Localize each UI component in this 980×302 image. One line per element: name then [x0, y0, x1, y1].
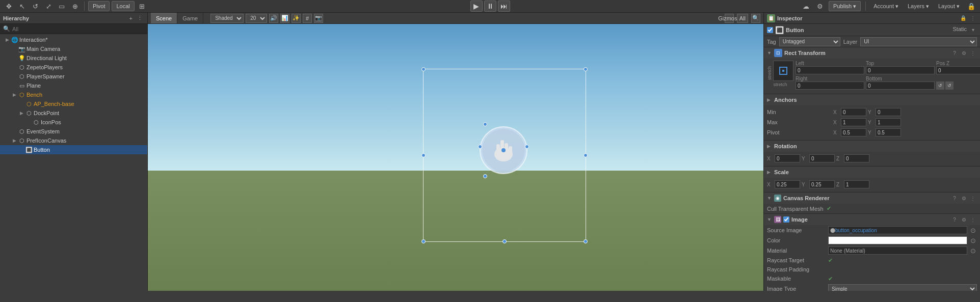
- tag-select[interactable]: Untagged: [779, 37, 840, 46]
- all-btn[interactable]: All: [737, 14, 748, 23]
- rect-transform-menu-btn[interactable]: ⋮: [969, 49, 977, 57]
- tree-item[interactable]: ⬡PlayerSpawner: [0, 72, 147, 81]
- rect-tool-btn[interactable]: ▭: [56, 1, 67, 12]
- rect-transform-header[interactable]: ▼ ⊡ Rect Transform ? ⚙ ⋮: [764, 47, 980, 59]
- camera-btn[interactable]: 📷: [314, 14, 323, 23]
- scale-tool-btn[interactable]: ⤢: [43, 1, 54, 12]
- rotation-y[interactable]: [809, 154, 835, 162]
- button-dropdown-arrow[interactable]: ▾: [969, 26, 977, 34]
- hierarchy-search-input[interactable]: [12, 26, 144, 32]
- rotation-header[interactable]: ▶ Rotation: [764, 141, 980, 152]
- reset-width-btn[interactable]: ↺: [936, 81, 944, 90]
- layout-btn[interactable]: Layout ▾: [935, 1, 963, 11]
- image-section-header[interactable]: ▼ 🖼 Image ? ⚙ ⋮: [764, 214, 980, 225]
- play-btn[interactable]: ▶: [470, 1, 483, 12]
- canvas-renderer-header[interactable]: ▼ ◉ Canvas Renderer ? ⚙ ⋮: [764, 193, 980, 204]
- hierarchy-add-btn[interactable]: +: [128, 14, 134, 22]
- local-btn[interactable]: Local: [112, 1, 134, 11]
- obj-handle-b[interactable]: [483, 174, 487, 178]
- tree-item[interactable]: ▶⬡DockPoint: [0, 108, 147, 118]
- audio-btn[interactable]: 🔊: [269, 14, 278, 23]
- pos-z-input[interactable]: [936, 66, 980, 74]
- material-select-btn[interactable]: ⊙: [969, 246, 977, 255]
- anchors-header[interactable]: ▶ Anchors: [764, 94, 980, 105]
- gizmos-btn[interactable]: Gizmos ▾: [725, 14, 734, 23]
- rotate-tool-btn[interactable]: ↺: [30, 1, 41, 12]
- step-btn[interactable]: ⏭: [498, 1, 510, 12]
- shading-mode-select[interactable]: Shaded: [210, 14, 244, 23]
- canvas-renderer-help-btn[interactable]: ?: [950, 194, 959, 202]
- collab-btn[interactable]: ⚙: [814, 1, 826, 12]
- obj-handle-t[interactable]: [483, 122, 487, 126]
- account-btn[interactable]: Account ▾: [870, 1, 902, 11]
- scene-button-object[interactable]: [478, 122, 529, 178]
- canvas-renderer-menu-btn[interactable]: ⋮: [969, 194, 977, 202]
- scene-view[interactable]: [148, 24, 763, 291]
- stats-btn[interactable]: 📊: [280, 14, 289, 23]
- grid-btn[interactable]: ⊞: [137, 1, 148, 12]
- inspector-lock-btn[interactable]: 🔒: [959, 14, 967, 22]
- rt-anchor-box[interactable]: [773, 61, 793, 81]
- rect-transform-settings-btn[interactable]: ⚙: [960, 49, 968, 57]
- button-enabled-checkbox[interactable]: [767, 27, 773, 33]
- tab-game[interactable]: Game: [177, 13, 203, 23]
- cloud-btn[interactable]: ☁: [800, 1, 811, 12]
- anchor-max-x[interactable]: [841, 118, 866, 126]
- fx-btn[interactable]: ✨: [292, 14, 301, 23]
- tree-item[interactable]: ▭Plane: [0, 81, 147, 90]
- reset-height-btn[interactable]: ↺: [945, 81, 953, 90]
- anchor-pivot-y[interactable]: [876, 128, 901, 136]
- rotation-z[interactable]: [844, 154, 869, 162]
- canvas-renderer-settings-btn[interactable]: ⚙: [960, 194, 968, 202]
- image-help-btn[interactable]: ?: [950, 215, 959, 224]
- scale-y[interactable]: [809, 180, 835, 188]
- rect-transform-help-btn[interactable]: ?: [950, 49, 959, 57]
- image-settings-btn[interactable]: ⚙: [960, 215, 968, 224]
- bottom-input[interactable]: [866, 81, 935, 90]
- tree-item[interactable]: ▶⬡Bench: [0, 90, 147, 99]
- image-type-select[interactable]: Simple Sliced Tiled Filled: [828, 284, 977, 291]
- rotation-x[interactable]: [775, 154, 800, 162]
- scale-x[interactable]: [775, 180, 800, 188]
- transform-tool-btn[interactable]: ⊕: [69, 1, 81, 12]
- tree-item[interactable]: ⬡AP_Bench-base: [0, 99, 147, 108]
- tree-item[interactable]: 💡Directional Light: [0, 53, 147, 63]
- tree-item[interactable]: ⬡ZepetoPlayers: [0, 63, 147, 72]
- anchor-pivot-x[interactable]: [841, 128, 866, 136]
- pan-tool-btn[interactable]: ↖: [16, 1, 28, 12]
- tab-scene[interactable]: Scene: [151, 13, 177, 23]
- anchor-min-x[interactable]: [841, 108, 866, 116]
- tree-item[interactable]: ▶🌐Interaction*: [0, 35, 147, 44]
- tree-item[interactable]: ⬡EventSystem: [0, 127, 147, 136]
- hierarchy-menu-btn[interactable]: ⋮: [136, 14, 144, 22]
- grid-view-btn[interactable]: #: [303, 14, 312, 23]
- search-scene-btn[interactable]: 🔍: [751, 14, 760, 23]
- anchor-max-y[interactable]: [876, 118, 901, 126]
- layer-select[interactable]: UI: [860, 37, 977, 46]
- anchor-min-y[interactable]: [876, 108, 901, 116]
- obj-handle-l[interactable]: [478, 145, 482, 149]
- tree-item[interactable]: ⬡IconPos: [0, 118, 147, 127]
- layers-btn[interactable]: Layers ▾: [905, 1, 932, 11]
- image-enabled-checkbox[interactable]: [783, 216, 789, 223]
- color-select-btn[interactable]: ⊙: [969, 236, 977, 244]
- color-preview[interactable]: [828, 236, 967, 244]
- image-menu-btn[interactable]: ⋮: [969, 215, 977, 224]
- scale-header[interactable]: ▶ Scale: [764, 167, 980, 178]
- pause-btn[interactable]: ⏸: [484, 1, 496, 12]
- obj-handle-r[interactable]: [525, 145, 529, 149]
- lock-btn[interactable]: 🔒: [966, 1, 977, 12]
- resolution-select[interactable]: 20: [246, 14, 267, 23]
- pivot-btn[interactable]: Pivot: [88, 1, 110, 11]
- source-image-field[interactable]: ⬤ button_occupation: [828, 226, 967, 234]
- top-input[interactable]: [866, 66, 935, 74]
- move-tool-btn[interactable]: ✥: [3, 1, 14, 12]
- tree-item[interactable]: ▶⬡PrefIconCanvas: [0, 136, 147, 145]
- tree-item[interactable]: 📷Main Camera: [0, 44, 147, 53]
- publish-btn[interactable]: Publish ▾: [829, 1, 861, 11]
- inspector-menu-btn[interactable]: ⋮: [969, 14, 977, 22]
- left-input[interactable]: [796, 66, 864, 74]
- right-input[interactable]: [796, 81, 864, 90]
- scale-z[interactable]: [844, 180, 869, 188]
- source-image-select-btn[interactable]: ⊙: [969, 226, 977, 234]
